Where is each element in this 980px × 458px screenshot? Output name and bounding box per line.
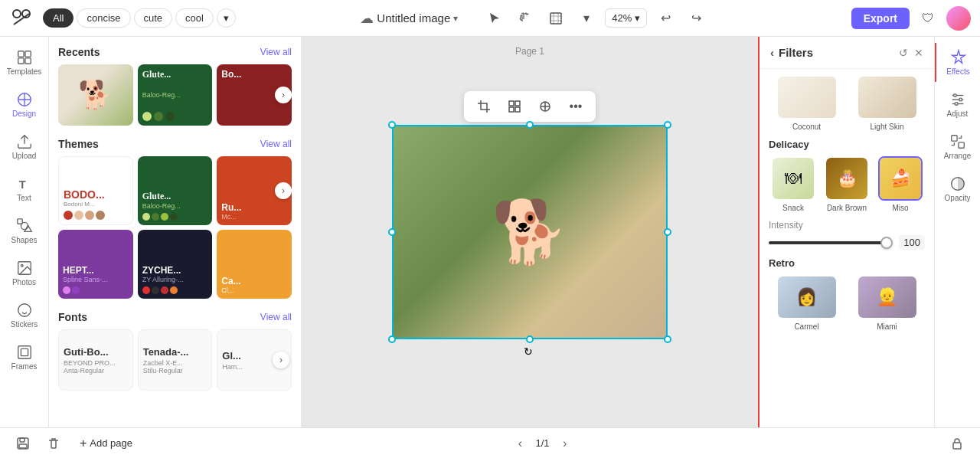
- tag-more-button[interactable]: ▾: [217, 8, 236, 28]
- filters-title-text: Filters: [779, 46, 813, 59]
- fonts-view-all[interactable]: View all: [260, 312, 292, 322]
- next-page-button[interactable]: ›: [556, 434, 574, 453]
- top-filter-row: Coconut Light Skin: [769, 75, 925, 131]
- handle-bot-center[interactable]: [526, 335, 534, 339]
- page-label: Page 1: [515, 46, 544, 57]
- filter-coconut[interactable]: Coconut: [769, 75, 844, 131]
- theme-ru[interactable]: Ru... Mc... ›: [217, 156, 292, 225]
- sidebar-item-upload[interactable]: Upload: [0, 127, 48, 166]
- right-tool-opacity[interactable]: Opacity: [935, 169, 980, 208]
- svg-rect-21: [515, 107, 520, 112]
- filter-light-skin-label: Light Skin: [871, 123, 904, 131]
- undo-button[interactable]: ↩: [653, 6, 678, 31]
- file-area[interactable]: ☁ Untitled image ▾: [360, 10, 458, 27]
- theme-zyche[interactable]: ZYCHE... ZY Alluring-...: [138, 230, 213, 299]
- add-page-button[interactable]: + Add page: [74, 433, 139, 453]
- save-icon[interactable]: [12, 433, 34, 454]
- recents-view-all[interactable]: View all: [260, 47, 292, 57]
- tag-all[interactable]: All: [43, 8, 74, 28]
- svg-rect-4: [18, 51, 23, 57]
- grid-tool[interactable]: [504, 96, 525, 117]
- sidebar-label-design: Design: [12, 110, 36, 118]
- cloud-icon: ☁: [360, 10, 374, 27]
- sidebar-item-photos[interactable]: Photos: [0, 254, 48, 293]
- rotate-handle[interactable]: ↻: [524, 345, 533, 358]
- shield-icon[interactable]: 🛡: [916, 6, 940, 31]
- frame-chevron[interactable]: ▾: [574, 6, 599, 31]
- prev-page-button[interactable]: ‹: [511, 434, 529, 453]
- filter-dark-brown[interactable]: 🎂 Dark Brown: [822, 156, 871, 212]
- close-icon[interactable]: ✕: [914, 47, 923, 59]
- sidebar-item-frames[interactable]: Frames: [0, 338, 48, 377]
- intensity-section: Intensity 100: [769, 220, 925, 250]
- theme-hept[interactable]: HEPT... Spline Sans-...: [58, 230, 133, 299]
- right-tool-arrange[interactable]: Arrange: [935, 127, 980, 166]
- recent-card-1[interactable]: 🐕: [58, 64, 133, 126]
- tag-cute[interactable]: cute: [134, 8, 173, 28]
- left-panel: Recents View all 🐕 Glute... Baloo-Reg...: [49, 37, 302, 427]
- more-tool[interactable]: •••: [565, 96, 586, 117]
- intensity-slider[interactable]: [769, 241, 893, 244]
- sidebar-item-templates[interactable]: Templates: [0, 43, 48, 82]
- filters-header-actions: ↺ ✕: [899, 47, 923, 59]
- canvas-image[interactable]: 🐕: [392, 125, 668, 339]
- transform-tool[interactable]: [534, 96, 556, 117]
- back-arrow-icon[interactable]: ‹: [770, 46, 774, 59]
- recents-title: Recents: [58, 46, 100, 58]
- intensity-thumb[interactable]: [880, 237, 893, 249]
- handle-bot-right[interactable]: [664, 335, 668, 339]
- font-card-tenada[interactable]: Tenada-... Zacbel X-E... Stilu-Regular: [138, 329, 213, 391]
- svg-marker-12: [24, 225, 31, 231]
- recents-next-arrow[interactable]: ›: [275, 87, 292, 103]
- delicacy-section-title: Delicacy: [769, 139, 925, 150]
- topbar: All concise cute cool ▾ ☁ Untitled image…: [0, 0, 980, 37]
- canvas-frame: ••• 🐕 ↻: [392, 125, 668, 339]
- right-tool-adjust[interactable]: Adjust: [935, 85, 980, 124]
- sidebar-item-text[interactable]: T Text: [0, 169, 48, 208]
- frame-tool[interactable]: [544, 6, 568, 31]
- filter-miso[interactable]: 🍰 Miso: [876, 156, 925, 212]
- filter-light-skin[interactable]: Light Skin: [849, 75, 925, 131]
- filter-miami-label: Miami: [877, 322, 897, 331]
- theme-glute[interactable]: Glute... Baloo-Reg...: [138, 156, 213, 225]
- redo-button[interactable]: ↪: [684, 6, 708, 31]
- right-tool-effects[interactable]: Effects: [935, 43, 980, 82]
- user-avatar[interactable]: [946, 6, 971, 31]
- filter-carmel[interactable]: 👩 Carmel: [769, 275, 844, 331]
- themes-grid: BODO... Bodoni M... Glute... Baloo-Reg..…: [58, 156, 292, 299]
- recent-card-3[interactable]: Bo... ›: [217, 64, 292, 126]
- sidebar-label-shapes: Shapes: [11, 236, 38, 244]
- svg-rect-30: [958, 142, 963, 148]
- font-card-guti[interactable]: Guti-Bo... BEYOND PRO... Anta-Regular: [58, 329, 133, 391]
- sidebar-item-stickers[interactable]: Stickers: [0, 296, 48, 335]
- zoom-control[interactable]: 42% ▾: [605, 8, 647, 28]
- themes-next-arrow[interactable]: ›: [275, 182, 292, 199]
- sidebar-item-shapes[interactable]: Shapes: [0, 211, 48, 250]
- theme-ca[interactable]: Ca... Cl...: [217, 230, 292, 299]
- tag-cool[interactable]: cool: [175, 8, 214, 28]
- zoom-chevron-icon: ▾: [635, 12, 640, 24]
- fonts-next-arrow[interactable]: ›: [273, 352, 289, 368]
- hand-tool[interactable]: [513, 6, 537, 31]
- left-sidebar: Templates Design Upload T Text: [0, 37, 49, 427]
- delete-icon[interactable]: [43, 433, 64, 454]
- filter-miami[interactable]: 👱 Miami: [849, 275, 925, 331]
- recent-card-2[interactable]: Glute... Baloo-Reg...: [138, 64, 213, 126]
- export-button[interactable]: Export: [851, 8, 910, 29]
- svg-point-15: [18, 304, 31, 317]
- tag-concise[interactable]: concise: [77, 8, 130, 28]
- select-tool[interactable]: [482, 6, 507, 31]
- lock-icon[interactable]: [946, 433, 968, 454]
- themes-view-all[interactable]: View all: [260, 139, 292, 149]
- filter-snack[interactable]: 🍽 Snack: [769, 156, 818, 212]
- intensity-value: 100: [899, 235, 925, 250]
- handle-mid-right[interactable]: [664, 228, 668, 236]
- sidebar-item-design[interactable]: Design: [0, 85, 48, 124]
- filter-carmel-label: Carmel: [794, 322, 818, 331]
- crop-tool[interactable]: [473, 96, 495, 117]
- intensity-fill: [769, 241, 887, 244]
- font-card-gl[interactable]: Gl... Ham... ›: [217, 329, 292, 391]
- theme-bodo[interactable]: BODO... Bodoni M...: [58, 156, 133, 225]
- refresh-icon[interactable]: ↺: [899, 47, 908, 59]
- app-logo[interactable]: [9, 6, 34, 31]
